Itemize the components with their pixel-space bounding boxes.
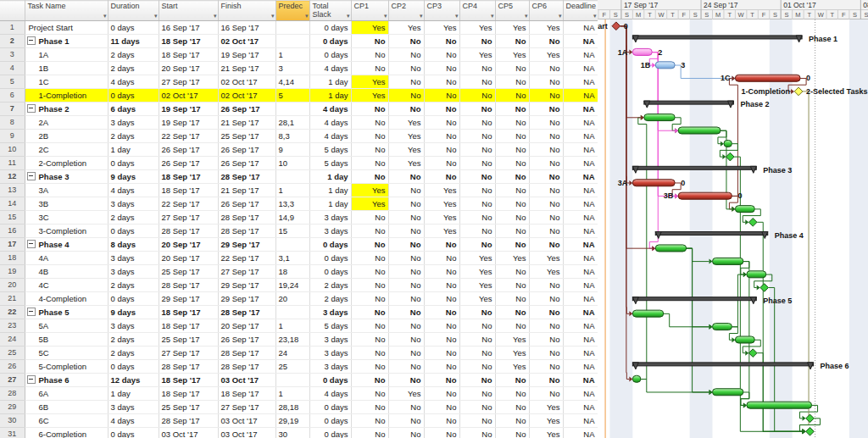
cell-cp4[interactable]: No <box>459 130 495 143</box>
cell-cp1[interactable]: No <box>351 252 388 265</box>
cell-predecessors[interactable] <box>275 35 309 48</box>
cell-task-name[interactable]: 3B <box>25 197 108 211</box>
cell-deadline[interactable]: NA <box>563 130 598 143</box>
cell-cp3[interactable]: Yes <box>424 211 459 225</box>
cell-cp6[interactable]: No <box>529 225 563 238</box>
cell-duration[interactable]: 0 days <box>108 21 159 35</box>
collapse-icon[interactable] <box>27 308 36 316</box>
cell-cp1[interactable]: No <box>351 143 388 157</box>
column-header-start[interactable]: Start▾ <box>159 1 218 21</box>
cell-row-number[interactable]: 3 <box>0 48 25 62</box>
cell-deadline[interactable]: NA <box>563 197 598 211</box>
cell-cp3[interactable]: No <box>424 62 459 75</box>
cell-predecessors[interactable]: 8,3 <box>275 130 309 143</box>
column-header-cp4[interactable]: CP4▾ <box>459 1 495 21</box>
cell-cp1[interactable]: No <box>351 387 388 401</box>
cell-cp2[interactable]: Yes <box>388 130 424 143</box>
cell-task-name[interactable]: 1-Completion <box>25 89 108 103</box>
cell-finish[interactable]: 21 Sep '17 <box>218 62 275 75</box>
cell-duration[interactable]: 1 day <box>108 387 159 401</box>
cell-deadline[interactable]: NA <box>563 401 598 414</box>
cell-row-number[interactable]: 26 <box>0 360 25 374</box>
cell-cp1[interactable]: No <box>351 225 388 238</box>
cell-row-number[interactable]: 15 <box>0 211 25 225</box>
cell-cp2[interactable]: Yes <box>388 116 424 130</box>
column-header-cp6[interactable]: CP6▾ <box>529 1 563 21</box>
cell-total-slack[interactable]: 4 days <box>309 130 351 143</box>
filter-dropdown-icon[interactable]: ▾ <box>214 12 217 20</box>
cell-cp3[interactable]: No <box>424 48 459 62</box>
cell-duration[interactable]: 0 days <box>108 157 159 170</box>
cell-predecessors[interactable]: 29,19 <box>275 414 309 428</box>
cell-cp1[interactable]: No <box>351 414 388 428</box>
collapse-icon[interactable] <box>27 104 36 113</box>
cell-cp6[interactable]: No <box>529 116 563 130</box>
cell-cp5[interactable]: No <box>495 116 529 130</box>
cell-duration[interactable]: 6 days <box>108 103 159 116</box>
cell-total-slack[interactable]: 1 day <box>309 89 351 103</box>
cell-deadline[interactable]: NA <box>563 428 598 438</box>
cell-duration[interactable]: 0 days <box>108 360 159 374</box>
cell-task-name[interactable]: 2-Completion <box>25 157 108 170</box>
cell-predecessors[interactable]: 28,18 <box>275 401 309 414</box>
cell-cp5[interactable]: No <box>495 184 529 197</box>
cell-cp1[interactable]: No <box>351 116 388 130</box>
cell-finish[interactable]: 28 Sep '17 <box>218 170 275 184</box>
cell-finish[interactable]: 29 Sep '17 <box>218 238 275 252</box>
cell-task-name[interactable]: 2A <box>25 116 108 130</box>
cell-total-slack[interactable]: 1 day <box>309 197 351 211</box>
cell-duration[interactable]: 3 days <box>108 265 159 279</box>
cell-cp4[interactable]: Yes <box>459 265 495 279</box>
cell-deadline[interactable]: NA <box>563 157 598 170</box>
filter-dropdown-icon[interactable]: ▾ <box>384 12 387 20</box>
cell-finish[interactable]: 03 Oct '17 <box>218 374 275 387</box>
cell-cp6[interactable]: No <box>529 157 563 170</box>
cell-row-number[interactable]: 18 <box>0 252 25 265</box>
cell-predecessors[interactable]: 1 <box>275 387 309 401</box>
cell-row-number[interactable]: 8 <box>0 116 25 130</box>
cell-cp1[interactable]: No <box>351 401 388 414</box>
cell-cp5[interactable]: No <box>495 279 529 292</box>
cell-finish[interactable]: 02 Oct '17 <box>218 89 275 103</box>
cell-task-name[interactable]: Project Start <box>25 21 108 35</box>
cell-cp4[interactable]: No <box>459 103 495 116</box>
cell-cp4[interactable]: No <box>459 197 495 211</box>
cell-duration[interactable]: 2 days <box>108 62 159 75</box>
cell-task-name[interactable]: 2B <box>25 130 108 143</box>
cell-cp5[interactable]: No <box>495 238 529 252</box>
cell-cp4[interactable]: No <box>459 143 495 157</box>
cell-start[interactable]: 18 Sep '17 <box>159 387 218 401</box>
cell-row-number[interactable]: 5 <box>0 75 25 89</box>
cell-total-slack[interactable]: 3 days <box>309 360 351 374</box>
cell-task-name[interactable]: 4C <box>25 279 108 292</box>
gantt-bar-1B[interactable] <box>655 62 675 69</box>
cell-cp2[interactable]: No <box>388 225 424 238</box>
cell-cp4[interactable]: No <box>459 225 495 238</box>
cell-row-number[interactable]: 24 <box>0 333 25 347</box>
cell-cp2[interactable]: No <box>388 279 424 292</box>
cell-duration[interactable]: 3 days <box>108 319 159 333</box>
cell-duration[interactable]: 4 days <box>108 184 159 197</box>
cell-cp6[interactable]: No <box>529 238 563 252</box>
gantt-bar-2C[interactable] <box>724 140 732 147</box>
cell-deadline[interactable]: NA <box>563 387 598 401</box>
cell-finish[interactable]: 27 Sep '17 <box>218 401 275 414</box>
cell-cp1[interactable]: No <box>351 265 388 279</box>
gantt-bar-2B[interactable] <box>678 127 721 134</box>
cell-row-number[interactable]: 9 <box>0 130 25 143</box>
column-header-cp1[interactable]: CP1▾ <box>351 1 388 21</box>
cell-start[interactable]: 03 Oct '17 <box>159 428 218 438</box>
cell-predecessors[interactable] <box>275 21 309 35</box>
cell-cp4[interactable]: No <box>459 157 495 170</box>
cell-duration[interactable]: 0 days <box>108 428 159 438</box>
cell-cp4[interactable]: No <box>459 401 495 414</box>
cell-cp2[interactable]: No <box>388 333 424 347</box>
cell-finish[interactable]: 28 Sep '17 <box>218 347 275 360</box>
cell-cp5[interactable]: No <box>495 414 529 428</box>
cell-cp5[interactable]: No <box>495 35 529 48</box>
cell-cp3[interactable]: No <box>424 387 459 401</box>
cell-cp2[interactable]: Yes <box>388 387 424 401</box>
cell-cp6[interactable]: No <box>529 333 563 347</box>
cell-cp1[interactable]: Yes <box>351 21 388 35</box>
column-header-slack[interactable]: Total Slack▾ <box>309 1 351 21</box>
